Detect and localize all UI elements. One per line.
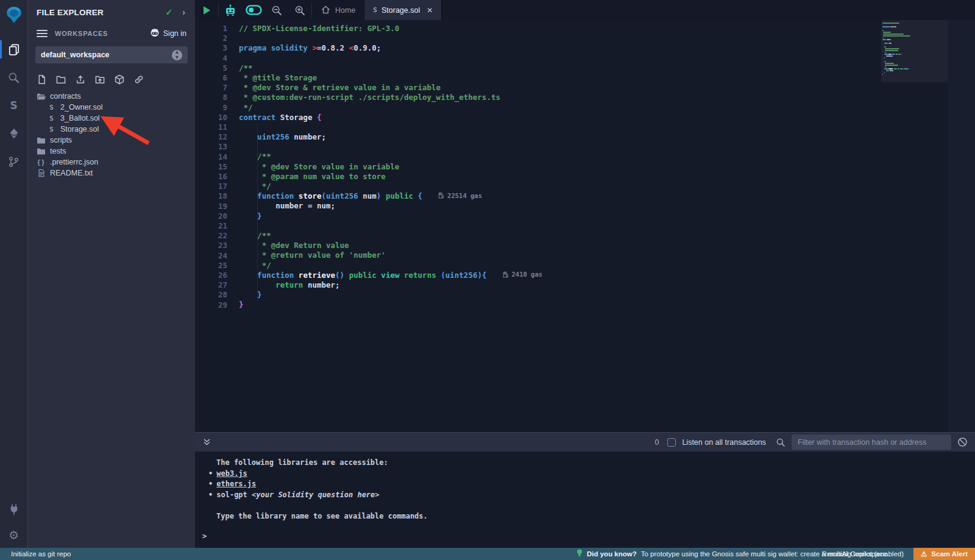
solidity-file-icon: S [47,126,56,133]
code-line-24: * @return value of 'number' [239,250,975,260]
listen-checkbox[interactable] [667,438,676,447]
file-explorer-panel: FILE EXPLORER ✓ › WORKSPACES Sign in def… [28,0,195,548]
file-icon [37,169,46,177]
line-number: 7 [195,83,227,93]
line-number: 26 [195,271,227,280]
folder-icon [37,147,46,155]
close-tab-icon[interactable]: ✕ [427,6,433,15]
tree-item-label: .prettierrc.json [50,158,98,166]
code-line-19: number = num; [239,201,975,211]
tree-item-2-owner-sol[interactable]: S2_Owner.sol [28,102,195,113]
sign-in-button[interactable]: Sign in [150,28,186,39]
minimap[interactable] [881,20,948,432]
line-number: 1 [195,24,227,34]
sidebar-icon-search[interactable] [0,63,28,91]
tree-item-label: contracts [50,92,81,101]
new-folder-icon[interactable] [55,74,66,85]
terminal-output[interactable]: The following libraries are accessible:•… [195,452,975,548]
editor-scrollbar[interactable] [948,20,975,432]
terminal-link-web3-js[interactable]: web3.js [216,469,247,478]
check-icon[interactable]: ✓ [166,7,173,17]
workspaces-row: WORKSPACES Sign in [28,22,195,44]
code-line-17: */ [239,182,975,191]
line-number: 5 [195,63,227,73]
terminal-line: Type the library name to see available c… [195,511,975,522]
tree-item-label: scripts [50,136,72,144]
indent-guide [257,122,258,300]
tree-item-contracts[interactable]: contracts [28,91,195,102]
line-number: 14 [195,152,227,162]
hamburger-menu-icon[interactable] [37,28,48,39]
code-line-22: /** [239,231,975,241]
editor-tabbar: Home S Storage.sol ✕ [195,0,975,20]
code-line-29: } [239,300,975,310]
tree-item-storage-sol[interactable]: SStorage.sol [28,124,195,135]
zoom-in-button[interactable] [288,0,311,20]
line-number: 2 [195,34,227,43]
solidity-file-icon: S [47,104,56,112]
code-line-12: uint256 number; [239,132,975,142]
remix-logo[interactable] [4,5,24,26]
new-file-icon[interactable] [37,74,47,85]
code-line-15: * @dev Store value in variable [239,162,975,172]
scam-alert-button[interactable]: ⚠ Scam Alert [913,548,975,560]
upload-file-icon[interactable] [75,74,86,85]
code-line-1: // SPDX-License-Identifier: GPL-3.0 [239,24,975,34]
main-row: S⚙ FILE EXPLORER ✓ › WORKSPACES Sign in … [0,0,975,548]
transaction-filter-input[interactable] [792,434,951,450]
sidebar-icon-solidity-compiler[interactable]: S [0,91,28,119]
sidebar-icon-plugin-manager[interactable] [0,497,28,522]
sidebar-icon-deploy-run[interactable] [0,119,28,147]
gas-estimate: 2410 gas [503,271,543,278]
tree-item-3-ballot-sol[interactable]: S3_Ballot.sol [28,113,195,124]
tree-item-tests[interactable]: tests [28,146,195,157]
folder-icon [37,136,46,144]
tree-item-label: tests [50,147,66,155]
tree-item--prettierrc-json[interactable]: {}.prettierrc.json [28,157,195,168]
code-line-11 [239,122,975,132]
tree-item-label: 3_Ballot.sol [60,114,100,122]
tree-item-scripts[interactable]: scripts [28,135,195,146]
line-number: 10 [195,113,227,122]
code-line-14: /** [239,152,975,161]
line-number: 12 [195,132,227,142]
collapse-terminal-icon[interactable] [202,438,211,447]
run-script-button[interactable] [195,0,218,20]
line-number: 6 [195,73,227,83]
terminal-link-ethers-js[interactable]: ethers.js [216,480,256,488]
copilot-robot-icon[interactable] [219,0,242,20]
code-line-7: * @dev Store & retrieve value in a varia… [239,83,975,93]
git-init-button[interactable]: Initialize as git repo [11,550,71,558]
tab-storage-sol[interactable]: S Storage.sol ✕ [364,0,442,20]
sidebar-icon-file-explorer[interactable] [0,35,28,63]
code-editor[interactable]: 1234567891011121314151617181920212223242… [195,20,975,432]
search-icon[interactable] [776,438,785,447]
code-line-18: function store(uint256 num) public {2251… [239,191,975,201]
upload-folder-icon[interactable] [94,74,105,85]
did-you-know-tip: Did you know? To prototype using the Gno… [576,549,888,559]
line-number: 9 [195,103,227,113]
home-icon [321,4,331,16]
code-line-23: * @dev Return value [239,241,975,250]
sidebar-icon-git[interactable] [0,147,28,175]
terminal-prompt[interactable]: > [202,531,207,542]
clear-console-icon[interactable] [957,437,968,447]
line-number: 21 [195,221,227,231]
line-number: 11 [195,122,227,132]
tab-home[interactable]: Home [312,0,364,20]
line-number: 4 [195,54,227,63]
line-number: 15 [195,162,227,172]
chevron-right-icon[interactable]: › [182,7,185,17]
line-number: 8 [195,93,227,102]
tree-item-readme-txt[interactable]: README.txt [28,168,195,179]
code-line-9: */ [239,103,975,113]
link-icon[interactable] [133,74,144,85]
code-line-6: * @title Storage [239,73,975,83]
copilot-toggle[interactable] [242,0,265,20]
workspace-select[interactable]: default_workspace ▲▼ [35,46,188,63]
zoom-out-button[interactable] [265,0,288,20]
sidebar-icon-settings[interactable]: ⚙ [0,522,28,548]
solidity-file-icon: S [373,6,377,14]
line-number: 23 [195,241,227,250]
cube-icon[interactable] [114,74,125,85]
